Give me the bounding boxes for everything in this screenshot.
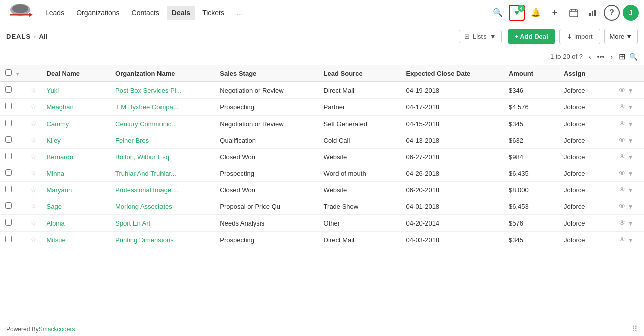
star-icon[interactable]: ☆ — [30, 186, 37, 194]
deal-link[interactable]: Yuki — [47, 87, 59, 94]
row-assign: Joforce — [559, 232, 614, 248]
row-chevron-icon[interactable]: ▼ — [628, 137, 634, 144]
row-chevron-icon[interactable]: ▼ — [628, 203, 634, 210]
view-icon[interactable]: 👁 — [619, 120, 626, 128]
star-icon[interactable]: ☆ — [30, 219, 37, 227]
deal-link[interactable]: Meaghan — [47, 103, 74, 111]
row-checkbox[interactable] — [5, 236, 12, 242]
deal-link[interactable]: Maryann — [47, 186, 72, 194]
row-chevron-icon[interactable]: ▼ — [628, 87, 634, 94]
row-actions: 👁 ▼ — [614, 132, 644, 149]
row-checkbox[interactable] — [5, 169, 12, 176]
row-amount: $345 — [504, 116, 559, 132]
row-sales-stage: Closed Won — [215, 182, 318, 198]
search-icon-btn[interactable]: 🔍 — [490, 5, 506, 21]
view-icon[interactable]: 👁 — [619, 103, 626, 111]
org-link[interactable]: Post Box Services Pl... — [115, 87, 182, 94]
star-icon[interactable]: ☆ — [30, 202, 37, 210]
nav-deals[interactable]: Deals — [167, 6, 195, 20]
nav-organizations[interactable]: Organizations — [71, 6, 124, 20]
row-checkbox[interactable] — [5, 86, 12, 93]
nav-leads[interactable]: Leads — [40, 6, 69, 20]
deal-link[interactable]: Bernardo — [47, 153, 73, 161]
row-checkbox-cell — [0, 215, 25, 232]
org-link[interactable]: Sport En Art — [115, 219, 150, 227]
star-icon[interactable]: ☆ — [30, 103, 37, 111]
pagination-dots[interactable]: ••• — [597, 53, 605, 61]
column-chooser-icon[interactable]: ⊞ — [619, 52, 625, 61]
row-chevron-icon[interactable]: ▼ — [628, 187, 634, 194]
org-link[interactable]: T M Byxbee Compa... — [115, 103, 178, 111]
nav-tickets[interactable]: Tickets — [197, 6, 229, 20]
row-chevron-icon[interactable]: ▼ — [628, 154, 634, 161]
deal-link[interactable]: Mitsue — [47, 236, 66, 244]
row-star-cell: ☆ — [25, 182, 42, 198]
add-deal-button[interactable]: + Add Deal — [508, 29, 555, 44]
view-icon[interactable]: 👁 — [619, 86, 626, 94]
row-checkbox[interactable] — [5, 120, 12, 126]
org-link[interactable]: Truhlar And Truhlar... — [115, 170, 176, 177]
more-button[interactable]: More ▼ — [604, 29, 638, 44]
row-checkbox[interactable] — [5, 153, 12, 159]
row-chevron-icon[interactable]: ▼ — [628, 104, 634, 111]
logo[interactable] — [5, 3, 35, 23]
nav-more[interactable]: ... — [231, 6, 247, 20]
org-link[interactable]: Bolton, Wilbur Esq — [115, 153, 169, 161]
deal-link[interactable]: Sage — [47, 203, 62, 210]
select-all-checkbox[interactable] — [5, 69, 12, 76]
row-org-name: Post Box Services Pl... — [110, 82, 215, 99]
heart-icon-btn[interactable]: ♥ 4 — [509, 5, 525, 21]
table-search-icon[interactable]: 🔍 — [629, 53, 638, 61]
org-link[interactable]: Century Communic... — [115, 120, 177, 128]
pagination-prev-button[interactable]: ‹ — [587, 52, 593, 62]
row-org-name: Feiner Bros — [110, 132, 215, 149]
view-icon[interactable]: 👁 — [619, 169, 626, 177]
svg-marker-3 — [29, 13, 33, 17]
chart-icon-btn[interactable] — [585, 5, 601, 21]
row-checkbox[interactable] — [5, 136, 12, 143]
help-icon-btn[interactable]: ? — [604, 5, 620, 21]
plus-icon-btn[interactable]: + — [547, 5, 563, 21]
breadcrumb-root[interactable]: DEALS — [6, 33, 31, 40]
star-icon[interactable]: ☆ — [30, 136, 37, 144]
view-icon[interactable]: 👁 — [619, 202, 626, 210]
org-link[interactable]: Morlong Associates — [115, 203, 172, 210]
row-checkbox-cell — [0, 165, 25, 182]
star-icon[interactable]: ☆ — [30, 169, 37, 177]
row-checkbox[interactable] — [5, 103, 12, 109]
view-icon[interactable]: 👁 — [619, 236, 626, 244]
row-chevron-icon[interactable]: ▼ — [628, 170, 634, 177]
deal-link[interactable]: Minna — [47, 170, 64, 177]
star-icon[interactable]: ☆ — [30, 236, 37, 244]
calendar-icon-btn[interactable] — [566, 5, 582, 21]
nav-contacts[interactable]: Contacts — [127, 6, 165, 20]
view-icon[interactable]: 👁 — [619, 136, 626, 144]
row-checkbox[interactable] — [5, 219, 12, 226]
row-lead-source: Website — [318, 149, 401, 165]
avatar[interactable]: J — [623, 5, 639, 21]
lists-filter-dropdown[interactable]: ⊞ Lists ▼ — [459, 30, 502, 43]
view-icon[interactable]: 👁 — [619, 186, 626, 194]
import-button[interactable]: ⬇ Import — [559, 29, 600, 44]
deal-link[interactable]: Albina — [47, 219, 65, 227]
row-chevron-icon[interactable]: ▼ — [628, 220, 634, 227]
bell-icon-btn[interactable]: 🔔 — [528, 5, 544, 21]
row-star-cell: ☆ — [25, 99, 42, 116]
star-icon[interactable]: ☆ — [30, 86, 37, 94]
row-chevron-icon[interactable]: ▼ — [628, 237, 634, 244]
org-link[interactable]: Feiner Bros — [115, 137, 149, 144]
footer-brand-link[interactable]: Smackcoders — [39, 326, 75, 333]
org-link[interactable]: Professional Image ... — [115, 186, 179, 194]
deal-link[interactable]: Cammy — [47, 120, 69, 128]
sort-arrow-check[interactable]: ▼ — [15, 71, 20, 77]
org-link[interactable]: Printing Dimensions — [115, 236, 174, 244]
view-icon[interactable]: 👁 — [619, 219, 626, 227]
row-checkbox[interactable] — [5, 202, 12, 209]
pagination-next-button[interactable]: › — [608, 52, 615, 62]
star-icon[interactable]: ☆ — [30, 153, 37, 161]
row-checkbox[interactable] — [5, 186, 12, 192]
row-chevron-icon[interactable]: ▼ — [628, 121, 634, 128]
star-icon[interactable]: ☆ — [30, 120, 37, 128]
view-icon[interactable]: 👁 — [619, 153, 626, 161]
deal-link[interactable]: Kiley — [47, 137, 61, 144]
